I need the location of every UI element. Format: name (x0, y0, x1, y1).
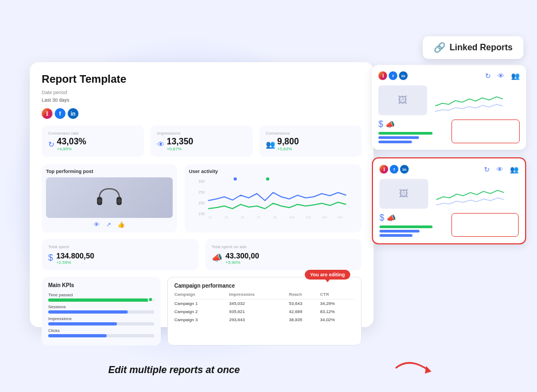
main-container: 🔗 Linked Reports Report Template Date pe… (0, 0, 537, 392)
lc1-ad-icon: 📣 (385, 120, 395, 129)
linked-card-1-actions: ↻ 👁 👥 (485, 72, 520, 80)
bottom-tagline: Edit multiple reports at once (108, 364, 240, 376)
lc1-sparkline (433, 87, 503, 114)
col-impressions: Impressions (229, 292, 289, 300)
sync-icon: ↻ (48, 140, 55, 149)
table-row: Campaign 2 935,821 42,689 83,12% (174, 308, 355, 316)
finance-total-ads: Total spent on ads 📣 43.300,00 +5,90% (205, 239, 362, 270)
campaign-1-ctr: 34,29% (320, 300, 355, 308)
lc2-footer-right (451, 213, 519, 237)
lc1-footer-right (451, 119, 520, 143)
ads-icon: 📣 (212, 253, 222, 263)
kpi-sessions: Sessions (48, 304, 154, 314)
linked-card-2-body: 🖼 (379, 179, 519, 209)
kpi-clicks-label: Clicks (48, 328, 154, 333)
campaign-3-ctr: 34,02% (320, 316, 355, 324)
lc2-chart-box (434, 179, 519, 209)
lc1-chart-box (433, 85, 520, 115)
lc2-eye-icon[interactable]: 👁 (496, 165, 503, 174)
editing-badge: You are editing (305, 270, 350, 280)
campaign-2-impressions: 935,821 (229, 308, 289, 316)
linkedin-icon: in (68, 108, 78, 119)
kpi-clicks-track (48, 334, 154, 337)
lc2-users-icon[interactable]: 👥 (510, 165, 519, 174)
lc1-facebook: f (389, 71, 397, 80)
lc2-sparkline (434, 181, 504, 208)
lc1-eye-icon[interactable]: 👁 (497, 72, 505, 80)
linked-card-1-body: 🖼 (378, 85, 520, 115)
lc1-bar-3 (378, 141, 412, 143)
campaign-1-reach: 53,643 (289, 300, 320, 308)
metric-impressions-value: 13,350 (167, 137, 193, 147)
lc2-image-box: 🖼 (379, 179, 428, 209)
linked-card-1-social: 𝕀 f in (378, 71, 408, 80)
finance-total-spent: Total spent $ 134.800,50 +2,59% (42, 239, 199, 270)
col-ctr: CTR (320, 292, 355, 300)
campaign-2-name: Campaign 2 (174, 308, 229, 316)
linked-card-1-footer: $ 📣 (378, 119, 520, 143)
svg-text:J14: J14 (322, 216, 328, 219)
top-post-label: Top performing post (46, 169, 173, 174)
metric-conversion-change: +4,89% (57, 147, 86, 151)
post-image (46, 177, 173, 218)
svg-text:J16: J16 (337, 216, 343, 219)
linked-card-1: 𝕀 f in ↻ 👁 👥 🖼 (372, 65, 526, 150)
metric-impressions-label: Impressions (157, 131, 246, 136)
svg-text:250: 250 (199, 190, 205, 194)
svg-text:J1: J1 (208, 216, 212, 219)
lc1-bar-1 (378, 132, 433, 135)
kpi-time-passed: Time passed (48, 293, 154, 302)
instagram-icon: 𝕀 (42, 108, 53, 119)
table-row: Campaign 1 345,032 53,643 34,29% (174, 300, 355, 308)
lc2-bar-2 (379, 230, 420, 232)
svg-text:J3: J3 (225, 216, 228, 219)
lc1-bar-2 (378, 136, 419, 139)
lc1-users-icon[interactable]: 👥 (511, 72, 520, 80)
metric-conversions: Conversions 👥 9,800 +5,83% (259, 125, 362, 157)
svg-point-11 (234, 177, 237, 181)
linked-card-1-header: 𝕀 f in ↻ 👁 👥 (378, 71, 520, 80)
link-icon: 🔗 (434, 42, 446, 54)
top-post-box: Top performing post 👁 (42, 164, 177, 232)
post-actions: 👁 ↗ 👍 (46, 221, 173, 228)
middle-section: Top performing post 👁 (42, 164, 362, 232)
total-ads-change: +5,90% (226, 260, 259, 265)
lc2-linkedin: in (400, 165, 409, 174)
linked-card-2: 𝕀 f in ↻ 👁 👥 🖼 (372, 157, 526, 244)
metrics-row: Conversion rate ↻ 43,03% +4,89% Impressi… (42, 125, 362, 157)
lc1-footer-left: $ 📣 (378, 119, 446, 143)
view-icon[interactable]: 👁 (94, 221, 100, 228)
lc1-dollar-icon: $ (378, 119, 383, 129)
share-icon[interactable]: ↗ (106, 221, 111, 228)
kpi-title: Main KPIs (48, 282, 154, 288)
linked-card-2-header: 𝕀 f in ↻ 👁 👥 (379, 165, 519, 174)
report-title: Report Template (42, 73, 362, 85)
campaign-1-name: Campaign 1 (174, 300, 229, 308)
svg-text:J10: J10 (290, 216, 295, 219)
linked-reports-label: Linked Reports (450, 43, 513, 52)
lc1-linkedin: in (399, 71, 408, 80)
users-icon: 👥 (266, 140, 275, 149)
kpi-time-track (48, 298, 154, 302)
campaign-1-impressions: 345,032 (229, 300, 289, 308)
lc1-sync-icon[interactable]: ↻ (485, 72, 491, 80)
like-icon[interactable]: 👍 (117, 221, 125, 228)
kpi-box: Main KPIs Time passed Sessions Impressio… (42, 277, 161, 346)
campaign-3-reach: 38,835 (289, 316, 320, 324)
lc2-instagram: 𝕀 (379, 165, 388, 174)
user-activity-label: User activity (189, 169, 357, 174)
eye-icon: 👁 (157, 140, 165, 149)
lc1-bars (378, 132, 446, 143)
headphones-illustration (93, 184, 126, 211)
lc2-sync-icon[interactable]: ↻ (484, 165, 490, 174)
financials-row: Total spent $ 134.800,50 +2,59% Total sp… (42, 239, 362, 270)
total-ads-value: 43.300,00 (226, 251, 259, 260)
user-activity-box: User activity 300 250 200 150 J1 (185, 164, 362, 232)
metric-conversions-change: +5,83% (277, 147, 299, 151)
lc2-facebook: f (390, 165, 398, 174)
kpi-time-dot (148, 297, 153, 302)
metric-conversion-rate: Conversion rate ↻ 43,03% +4,89% (42, 125, 144, 157)
lc2-footer-left: $ 📣 (379, 213, 446, 237)
svg-marker-22 (425, 366, 431, 374)
linked-reports-button[interactable]: 🔗 Linked Reports (423, 36, 523, 59)
